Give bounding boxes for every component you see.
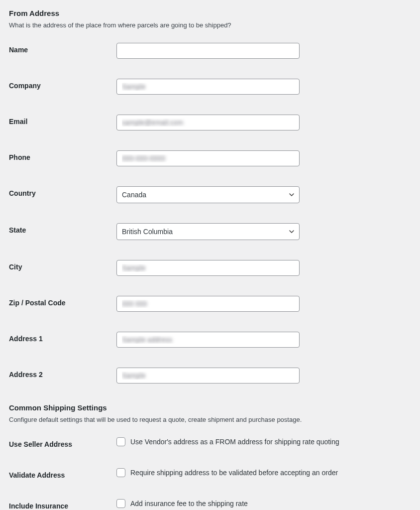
validate-address-label: Validate Address (9, 468, 116, 479)
zip-input[interactable] (116, 296, 300, 312)
state-select[interactable]: British Columbia (116, 223, 300, 240)
phone-input[interactable] (116, 150, 300, 166)
phone-label: Phone (9, 150, 116, 161)
state-select-value: British Columbia (116, 223, 300, 240)
use-seller-address-checkbox-label: Use Vendor's address as a FROM address f… (130, 438, 339, 446)
company-label: Company (9, 79, 116, 90)
city-input[interactable] (116, 260, 300, 276)
include-insurance-checkbox-label: Add insurance fee to the shipping rate (130, 500, 248, 508)
state-label: State (9, 223, 116, 234)
country-select[interactable]: Canada (116, 186, 300, 203)
country-select-value: Canada (116, 186, 300, 203)
country-label: Country (9, 186, 116, 197)
address2-input[interactable] (116, 368, 300, 383)
name-input[interactable] (116, 43, 300, 59)
city-label: City (9, 260, 116, 271)
include-insurance-label: Include Insurance (9, 499, 116, 510)
address1-label: Address 1 (9, 332, 116, 343)
email-label: Email (9, 115, 116, 126)
common-shipping-title: Common Shipping Settings (9, 403, 411, 412)
address1-input[interactable] (116, 332, 300, 348)
zip-label: Zip / Postal Code (9, 296, 116, 307)
use-seller-address-checkbox[interactable] (116, 437, 125, 446)
use-seller-address-label: Use Seller Address (9, 437, 116, 448)
email-input[interactable] (116, 115, 300, 130)
address2-label: Address 2 (9, 368, 116, 379)
common-shipping-description: Configure default settings that will be … (9, 416, 411, 423)
company-input[interactable] (116, 79, 300, 95)
from-address-description: What is the address of the place from wh… (9, 21, 411, 29)
from-address-title: From Address (9, 9, 411, 17)
validate-address-checkbox-label: Require shipping address to be validated… (130, 469, 338, 477)
name-label: Name (9, 43, 116, 54)
include-insurance-checkbox[interactable] (116, 499, 125, 508)
validate-address-checkbox[interactable] (116, 468, 125, 477)
